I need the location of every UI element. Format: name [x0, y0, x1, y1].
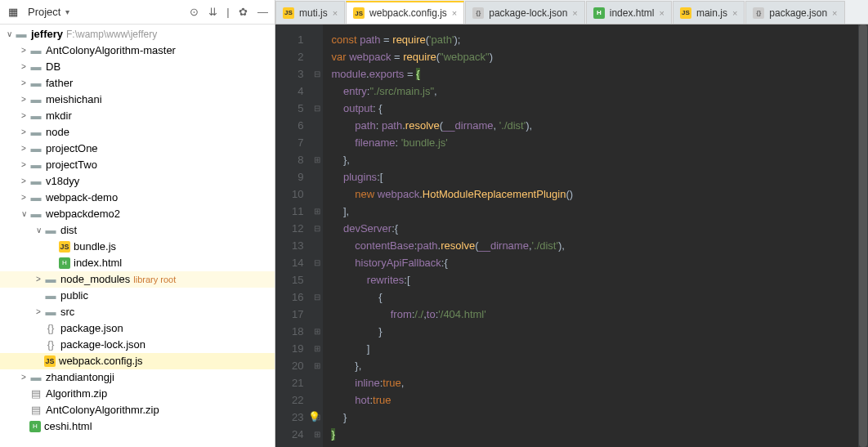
fold-marker[interactable]: ⊞ [311, 340, 323, 357]
close-icon[interactable]: × [572, 8, 577, 18]
fold-marker[interactable] [311, 271, 323, 288]
code-line[interactable]: } [331, 323, 868, 340]
code-line[interactable]: from:/./,to:'/404.html' [331, 306, 868, 323]
fold-marker[interactable]: ⊟ [311, 288, 323, 306]
intention-bulb-icon[interactable]: 💡 [308, 409, 320, 426]
fold-marker[interactable]: ⊞ [311, 426, 323, 443]
code-line[interactable]: }, [331, 357, 868, 374]
dropdown-icon[interactable]: ▾ [65, 7, 69, 16]
fold-marker[interactable]: ⊞ [311, 357, 323, 374]
tree-item[interactable]: >▬zhandiantongji [0, 369, 275, 386]
code-line[interactable]: const path = require('path'); [331, 31, 868, 48]
code-line[interactable]: filename: 'bundle.js' [331, 134, 868, 151]
tree-item[interactable]: Hceshi.html [0, 418, 275, 435]
expand-icon[interactable]: > [18, 190, 29, 206]
tree-item[interactable]: >▬projectOne [0, 141, 275, 157]
editor-tab[interactable]: JSmuti.js× [275, 1, 345, 24]
tree-item[interactable]: JSbundle.js [0, 239, 275, 255]
locate-icon[interactable]: ⊙ [190, 6, 199, 18]
code-line[interactable]: module.exports = { [331, 65, 868, 83]
fold-marker[interactable] [311, 48, 323, 65]
fold-marker[interactable]: ⊞ [311, 151, 323, 168]
tree-item[interactable]: >▬webpack-demo [0, 190, 275, 206]
code-line[interactable]: inline:true, [331, 374, 868, 391]
code-line[interactable]: contentBase:path.resolve(__dirname,'./di… [331, 237, 868, 254]
tree-item[interactable]: >▬father [0, 75, 275, 92]
tree-item[interactable]: ∨▬webpackdemo2 [0, 206, 275, 222]
fold-marker[interactable] [311, 391, 323, 409]
tree-item[interactable]: >▬mkdir [0, 108, 275, 124]
expand-icon[interactable]: > [18, 92, 29, 108]
tree-item[interactable]: ▤AntColonyAlgorithmr.zip [0, 402, 275, 418]
code-line[interactable]: }, [331, 151, 868, 168]
expand-icon[interactable]: > [18, 141, 29, 157]
fold-marker[interactable]: ⊟ [311, 100, 323, 117]
fold-marker[interactable] [311, 237, 323, 254]
project-title[interactable]: Project [28, 6, 60, 18]
expand-icon[interactable]: ∨ [3, 26, 15, 42]
close-icon[interactable]: × [832, 8, 837, 18]
expand-icon[interactable]: > [18, 124, 29, 141]
tree-item[interactable]: >▬DB [0, 59, 275, 75]
editor-tab[interactable]: {}package-lock.json× [465, 1, 585, 24]
editor-tab[interactable]: {}package.json× [745, 1, 844, 24]
tree-item[interactable]: >▬node [0, 124, 275, 141]
fold-marker[interactable]: ⊟ [311, 254, 323, 271]
scrollbar-thumb[interactable] [859, 25, 867, 447]
expand-icon[interactable]: ∨ [18, 206, 29, 222]
tree-item[interactable]: {}package-lock.json [0, 337, 275, 353]
code-line[interactable]: ], [331, 203, 868, 220]
collapse-icon[interactable]: ⇊ [208, 6, 217, 18]
settings-icon[interactable]: ✿ [239, 6, 248, 18]
tree-item[interactable]: >▬projectTwo [0, 157, 275, 173]
code-line[interactable]: ] [331, 340, 868, 357]
expand-icon[interactable]: > [18, 173, 29, 190]
code-editor[interactable]: 123456789101112131415161718192021222324 … [275, 25, 868, 447]
code-line[interactable]: plugins:[ [331, 168, 868, 186]
expand-icon[interactable]: > [18, 369, 29, 386]
tree-root[interactable]: ∨ ▬ jeffery F:\wamp\www\jeffery [0, 26, 275, 42]
code-line[interactable]: } [331, 409, 868, 426]
fold-marker[interactable] [311, 374, 323, 391]
close-icon[interactable]: × [659, 8, 664, 18]
editor-tab[interactable]: Hindex.html× [586, 1, 672, 24]
code-line[interactable]: { [331, 288, 868, 306]
expand-icon[interactable]: > [33, 304, 44, 320]
tree-item[interactable]: >▬node_moduleslibrary root [0, 271, 275, 288]
expand-icon[interactable]: > [18, 108, 29, 124]
fold-marker[interactable] [311, 117, 323, 134]
expand-icon[interactable]: ∨ [33, 222, 44, 239]
close-icon[interactable]: × [732, 8, 737, 18]
project-tree[interactable]: ∨ ▬ jeffery F:\wamp\www\jeffery >▬AntCol… [0, 25, 275, 447]
expand-icon[interactable]: > [18, 42, 29, 59]
close-icon[interactable]: × [452, 8, 457, 18]
close-icon[interactable]: × [333, 8, 338, 18]
code-line[interactable]: output: { [331, 100, 868, 117]
fold-marker[interactable]: ⊟ [311, 65, 323, 83]
fold-marker[interactable]: ⊞ [311, 203, 323, 220]
fold-marker[interactable]: ⊞ [311, 323, 323, 340]
code-line[interactable]: } [331, 426, 868, 443]
code-line[interactable]: devServer:{ [331, 220, 868, 237]
tree-item[interactable]: {}package.json [0, 320, 275, 337]
code-line[interactable]: entry:"./src/main.js", [331, 83, 868, 100]
fold-marker[interactable]: ⊟ [311, 220, 323, 237]
code-area[interactable]: const path = require('path');var webpack… [323, 25, 868, 447]
tree-item[interactable]: JSwebpack.config.js [0, 353, 275, 369]
expand-icon[interactable]: > [18, 157, 29, 173]
tree-item[interactable]: Hindex.html [0, 255, 275, 271]
tree-item[interactable]: >▬AntColonyAlgorithm-master [0, 42, 275, 59]
expand-icon[interactable]: > [33, 271, 44, 288]
fold-marker[interactable] [311, 168, 323, 186]
tree-item[interactable]: ▤Algorithm.zip [0, 386, 275, 402]
expand-icon[interactable]: > [18, 75, 29, 92]
tree-item[interactable]: ∨▬dist [0, 222, 275, 239]
code-line[interactable]: rewrites:[ [331, 271, 868, 288]
fold-marker[interactable] [311, 134, 323, 151]
hide-icon[interactable]: — [257, 6, 268, 18]
tree-item[interactable]: >▬src [0, 304, 275, 320]
editor-tab[interactable]: JSmain.js× [673, 1, 745, 24]
code-line[interactable]: path: path.resolve(__dirname, './dist'), [331, 117, 868, 134]
tree-item[interactable]: >▬meishichani [0, 92, 275, 108]
tree-item[interactable]: ▬public [0, 288, 275, 304]
